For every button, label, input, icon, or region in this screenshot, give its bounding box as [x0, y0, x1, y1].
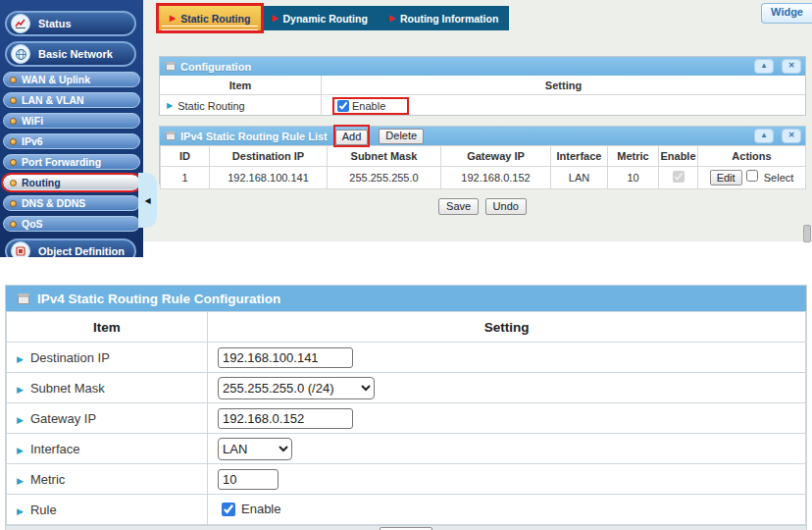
field-label: Metric	[30, 472, 65, 487]
row-arrow-icon: ▶	[17, 385, 24, 395]
field-label: Subnet Mask	[30, 381, 105, 396]
col-enable: Enable	[659, 146, 698, 167]
sidebar-item-label: Basic Network	[38, 48, 113, 60]
static-routing-enable-checkbox[interactable]	[337, 100, 349, 112]
row-arrow-icon: ▶	[17, 476, 24, 486]
rule-configuration-header: IPv4 Static Routing Rule Configuration	[6, 286, 806, 311]
config-setting-header: Setting	[322, 76, 805, 94]
config-row-label: Static Routing	[178, 100, 244, 112]
rule-configuration-panel: IPv4 Static Routing Rule Configuration I…	[5, 285, 807, 530]
tab-arrow-icon: ▶	[272, 15, 278, 23]
rule-enable-checkbox[interactable]	[222, 503, 235, 516]
tab-arrow-icon: ▶	[389, 15, 395, 23]
sidebar-item-routing[interactable]: Routing	[3, 175, 140, 190]
rule-subnet-mask: 255.255.255.0	[328, 167, 441, 189]
destination-ip-input[interactable]	[218, 347, 353, 368]
sidebar-collapse-handle[interactable]: ◀	[138, 173, 157, 228]
sidebar-item-object-definition[interactable]: Object Definition	[5, 238, 136, 257]
rule-list-panel: IPv4 Static Routing Rule List Add Delete…	[159, 126, 806, 185]
rule-configuration-table: Item Setting ▶Destination IP ▶Subnet Mas…	[6, 311, 806, 525]
globe-icon	[11, 44, 30, 64]
tab-dynamic-routing[interactable]: ▶ Dynamic Routing	[261, 6, 379, 30]
bullet-dot-icon	[10, 138, 17, 145]
tab-static-routing[interactable]: ▶ Static Routing	[159, 6, 261, 30]
enable-label: Enable	[352, 100, 385, 112]
setting-header: Setting	[208, 312, 806, 343]
bullet-dot-icon	[10, 97, 17, 104]
annotation-box-add: Add	[335, 127, 369, 145]
routing-settings-screenshot: Status Basic Network WAN & Uplink LAN & …	[0, 0, 812, 265]
sidebar-item-port-forwarding[interactable]: Port Forwarding	[3, 154, 140, 170]
bullet-dot-icon	[10, 180, 17, 186]
field-label: Rule	[30, 503, 57, 517]
sidebar-item-label: Port Forwarding	[22, 156, 101, 168]
add-button[interactable]: Add	[335, 130, 369, 145]
panel-title: Configuration	[180, 61, 251, 73]
sidebar-item-label: LAN & VLAN	[22, 94, 84, 106]
sidebar-item-ipv6[interactable]: IPv6	[3, 133, 140, 149]
edit-button[interactable]: Edit	[710, 170, 742, 186]
metric-input[interactable]	[218, 469, 279, 490]
interface-select[interactable]: LAN	[218, 438, 292, 460]
window-icon	[18, 293, 29, 304]
panel-collapse-button[interactable]: ▴	[754, 129, 774, 143]
window-icon	[166, 62, 176, 71]
delete-button[interactable]: Delete	[379, 129, 424, 144]
rule-select-checkbox[interactable]	[746, 170, 758, 182]
save-button[interactable]: Save	[438, 198, 479, 215]
tab-label: Routing Information	[400, 13, 498, 25]
col-metric: Metric	[608, 146, 659, 167]
bullet-dot-icon	[10, 200, 17, 207]
sidebar-item-label: IPv6	[22, 135, 43, 147]
panel-title: IPv4 Static Routing Rule List	[180, 131, 328, 142]
sidebar-item-wan-uplink[interactable]: WAN & Uplink	[3, 72, 140, 87]
col-destination-ip: Destination IP	[210, 146, 328, 167]
tab-label: Static Routing	[180, 13, 250, 25]
sidebar-item-qos[interactable]: QoS	[3, 216, 140, 232]
widget-button[interactable]: Widge	[761, 3, 812, 24]
rule-id: 1	[161, 167, 210, 189]
configuration-panel-header: Configuration ▴ ✕	[160, 57, 805, 76]
panel-collapse-button[interactable]: ▴	[754, 59, 774, 74]
subnet-mask-select[interactable]: 255.255.255.0 (/24)	[218, 377, 375, 399]
row-interface: ▶Interface LAN	[7, 434, 806, 464]
sidebar-item-dns-ddns[interactable]: DNS & DDNS	[3, 195, 140, 211]
rule-interface: LAN	[551, 167, 608, 189]
configuration-panel: Configuration ▴ ✕ Item Setting ▶ Static …	[159, 56, 806, 116]
tab-arrow-icon: ▶	[170, 15, 176, 23]
gateway-ip-input[interactable]	[218, 408, 353, 429]
window-icon	[166, 132, 176, 140]
row-arrow-icon: ▶	[17, 446, 24, 455]
row-arrow-icon: ▶	[17, 354, 24, 364]
panel-close-button[interactable]: ✕	[782, 59, 801, 74]
routing-tabbar: ▶ Static Routing ▶ Dynamic Routing ▶ Rou…	[159, 6, 509, 30]
rule-list-table: ID Destination IP Subnet Mask Gateway IP…	[160, 145, 806, 189]
bullet-dot-icon	[10, 77, 17, 83]
objects-icon	[11, 241, 30, 257]
tab-label: Dynamic Routing	[282, 13, 367, 25]
rule-list-header-row: ID Destination IP Subnet Mask Gateway IP…	[161, 146, 806, 167]
sidebar-item-label: Routing	[22, 177, 61, 188]
sidebar-item-wifi[interactable]: WiFi	[3, 113, 140, 129]
panel-close-button[interactable]: ✕	[782, 129, 801, 143]
sidebar: Status Basic Network WAN & Uplink LAN & …	[0, 0, 143, 257]
sidebar-item-basic-network[interactable]: Basic Network	[5, 41, 136, 67]
field-label: Destination IP	[30, 350, 110, 365]
row-destination-ip: ▶Destination IP	[7, 343, 806, 373]
rule-row: 1 192.168.100.141 255.255.255.0 192.168.…	[161, 167, 806, 189]
undo-button[interactable]: Undo	[485, 198, 527, 215]
rule-actions-cell: Edit Select	[698, 167, 806, 189]
col-id: ID	[161, 146, 210, 167]
row-gateway-ip: ▶Gateway IP	[7, 403, 806, 434]
tab-routing-information[interactable]: ▶ Routing Information	[379, 6, 509, 30]
sidebar-item-lan-vlan[interactable]: LAN & VLAN	[3, 92, 140, 108]
rule-enable-checkbox	[673, 171, 685, 183]
col-actions: Actions	[698, 146, 806, 167]
col-subnet-mask: Subnet Mask	[328, 146, 441, 167]
sidebar-item-label: QoS	[22, 218, 43, 230]
collapse-arrow-icon: ◀	[144, 196, 150, 205]
config-item-header: Item	[160, 76, 322, 94]
sidebar-item-label: WAN & Uplink	[22, 74, 90, 85]
scrollbar-thumb[interactable]	[803, 225, 811, 242]
sidebar-item-status[interactable]: Status	[5, 11, 136, 36]
